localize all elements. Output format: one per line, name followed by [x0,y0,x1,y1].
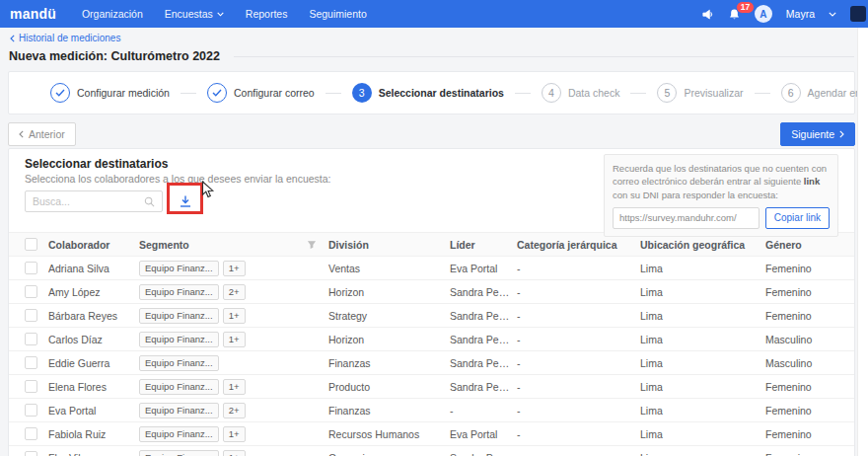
row-checkbox[interactable] [25,309,37,322]
step-label: Previsualizar [684,87,743,99]
cell-ubicacion: Lima [640,405,765,417]
cell-categoria: - [517,428,640,440]
segment-tag: Equipo Finanz... [139,403,219,418]
nav-item-reportes[interactable]: Reportes [246,8,288,20]
cell-genero: Femenino [765,310,854,322]
segment-tag: Equipo Finanz... [139,355,219,371]
step-configurar-medicion[interactable]: Configurar medición [50,83,170,103]
copy-link-button[interactable]: Copiar link [765,207,830,229]
cell-genero: Femenino [765,381,854,393]
table-row[interactable]: Flor Vilca Equipo Finanz... 1+ Gerencia … [9,446,854,456]
table-row[interactable]: Amy López Equipo Finanz... 2+ Horizon Sa… [9,280,854,304]
select-all-checkbox[interactable] [25,238,37,251]
cell-division: Finanzas [328,357,450,369]
nav-extra-icon[interactable] [850,6,866,22]
link-row: Copiar link [613,207,830,229]
row-checkbox[interactable] [25,262,37,274]
wizard-actions: Anterior Siguiente [8,122,855,146]
row-checkbox[interactable] [25,427,37,440]
table-row[interactable]: Bárbara Reyes Equipo Finanz... 1+ Strate… [9,304,854,328]
scrollbar-track[interactable] [857,28,868,456]
row-checkbox[interactable] [25,333,37,345]
cell-categoria: - [517,334,640,345]
segment-tag: Equipo Finanz... [139,426,219,442]
cell-genero: Femenino [765,286,854,298]
page-title-row: Nueva medición: Culturómetro 2022 [9,49,854,63]
step-number: 5 [657,83,677,103]
app-screen: mandü Organización Encuestas Reportes Se… [0,0,868,456]
avatar[interactable]: A [755,5,772,23]
chevron-right-icon [839,130,844,138]
table-row[interactable]: Elena Flores Equipo Finanz... 1+ Product… [9,375,854,399]
table-row[interactable]: Carlos Díaz Equipo Finanz... 1+ Horizon … [9,328,854,351]
brand-logo[interactable]: mandü [10,6,56,22]
cell-division: Horizon [328,286,450,298]
nav-item-seguimiento[interactable]: Seguimiento [309,8,366,20]
segment-count-tag: 1+ [223,261,246,276]
user-name[interactable]: Mayra [786,8,815,20]
notifications-button[interactable]: 17 [728,8,741,21]
row-checkbox[interactable] [25,404,37,417]
step-number: 6 [781,83,801,103]
chevron-down-icon [217,12,224,17]
cell-segmento: Equipo Finanz... 2+ [139,403,328,418]
cell-division: Ventas [328,263,450,274]
cell-segmento: Equipo Finanz... 1+ [139,261,328,276]
navbar-right: 17 A Mayra [701,5,858,23]
next-button[interactable]: Siguiente [780,122,855,146]
step-label: Data check [568,87,620,99]
cell-categoria: - [517,452,640,456]
table-body: Adriana Silva Equipo Finanz... 1+ Ventas… [9,257,854,456]
megaphone-icon[interactable] [701,8,714,21]
step-agendar-encuesta[interactable]: 6 Agendar encuesta [781,83,868,103]
column-header-colaborador: Colaborador [48,239,139,251]
breadcrumb-back-link[interactable]: Historial de mediciones [10,33,120,43]
cell-categoria: - [517,263,640,274]
table-row[interactable]: Eva Portal Equipo Finanz... 2+ Finanzas … [9,399,854,422]
step-previsualizar[interactable]: 5 Previsualizar [657,83,743,103]
column-header-division: División [328,239,450,251]
filter-icon[interactable] [307,240,317,250]
column-header-ubicacion: Ubicación geográfica [640,239,765,251]
previous-button-label: Anterior [29,128,65,140]
cell-lider: - [450,405,517,417]
cell-segmento: Equipo Finanz... 1+ [139,379,328,395]
step-seleccionar-destinatarios[interactable]: 3 Seleccionar destinatarios [352,83,504,103]
cell-division: Gerencia [328,452,450,456]
previous-button[interactable]: Anterior [8,122,76,146]
step-label: Configurar correo [234,87,315,99]
survey-link-input[interactable] [613,207,760,229]
panel-head: Seleccionar destinatarios Selecciona los… [9,149,854,212]
wizard-stepper: Configurar medición Configurar correo 3 … [8,71,855,114]
cell-ubicacion: Lima [640,263,765,274]
notification-badge: 17 [736,1,755,14]
main-menu: Organización Encuestas Reportes Seguimie… [82,8,367,20]
check-icon [55,89,65,97]
search-box[interactable] [25,190,163,212]
table-row[interactable]: Eddie Guerra Equipo Finanz... Finanzas S… [9,351,854,375]
step-data-check[interactable]: 4 Data check [542,83,620,103]
table-row[interactable]: Fabiola Ruiz Equipo Finanz... 1+ Recurso… [9,422,854,446]
row-checkbox[interactable] [25,451,37,456]
row-checkbox[interactable] [25,380,37,393]
step-done-circle [50,83,70,103]
link-info-box: Recuerda que los destinatarios que no cu… [604,154,838,237]
cell-genero: Femenino [765,263,854,274]
column-header-lider: Líder [450,239,517,251]
chevron-down-icon[interactable] [829,12,836,17]
segment-tag: Equipo Finanz... [139,261,219,276]
cell-division: Recursos Humanos [328,428,450,440]
cell-ubicacion: Lima [640,334,765,345]
cell-segmento: Equipo Finanz... 1+ [139,332,328,347]
nav-item-encuestas[interactable]: Encuestas [165,8,224,20]
chevron-left-icon [10,35,15,42]
search-input[interactable] [33,195,144,207]
table-row[interactable]: Adriana Silva Equipo Finanz... 1+ Ventas… [9,257,854,280]
download-button[interactable] [173,190,198,212]
row-checkbox[interactable] [25,356,37,369]
cell-genero: Femenino [765,428,854,440]
nav-item-organizacion[interactable]: Organización [82,8,143,20]
step-configurar-correo[interactable]: Configurar correo [207,83,315,103]
row-checkbox[interactable] [25,285,37,298]
cell-colaborador: Eva Portal [48,405,139,417]
